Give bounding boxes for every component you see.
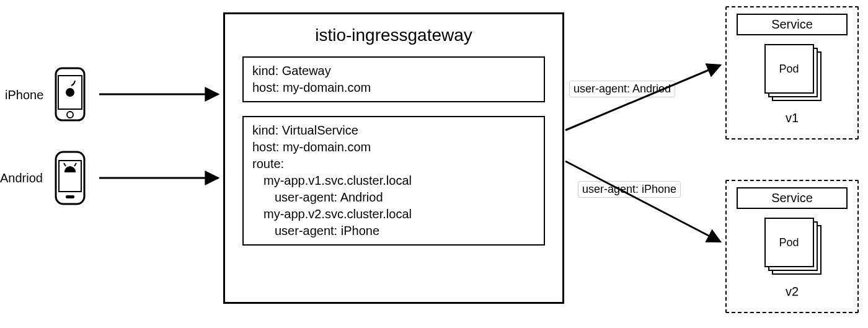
vs-route-line: my-app.v2.svc.cluster.local (252, 206, 535, 223)
ingressgateway-box: istio-ingressgateway kind: Gateway host:… (223, 12, 564, 304)
service-group-v1: Service Pod v1 (725, 6, 859, 140)
edge-label-iphone: user-agent: iPhone (578, 181, 681, 198)
arrow-gateway-to-v1 (565, 65, 720, 130)
gateway-spec-line: host: my-domain.com (252, 79, 535, 96)
client-iphone-label: iPhone (5, 88, 43, 102)
edge-label-android: user-agent: Andriod (569, 81, 675, 97)
svg-rect-1 (58, 76, 82, 109)
android-icon (56, 152, 84, 204)
svg-line-7 (64, 163, 66, 166)
virtualservice-spec-box: kind: VirtualService host: my-domain.com… (242, 116, 545, 246)
svg-point-2 (67, 112, 73, 118)
service-group-v2: Service Pod v2 (725, 180, 859, 313)
svg-rect-0 (56, 68, 84, 120)
iphone-icon (56, 68, 84, 120)
vs-line: host: my-domain.com (252, 139, 535, 156)
svg-rect-4 (56, 152, 84, 204)
arrow-gateway-to-v2 (565, 161, 720, 242)
version-label-v1: v1 (727, 111, 857, 125)
client-android-label: Andriod (0, 171, 43, 185)
vs-route-ua-line: user-agent: iPhone (252, 223, 535, 239)
vs-line: route: (252, 156, 535, 172)
service-header: Service (737, 14, 848, 35)
vs-route-line: my-app.v1.svc.cluster.local (252, 172, 535, 189)
vs-line: kind: VirtualService (252, 122, 535, 139)
svg-point-3 (66, 88, 74, 97)
svg-rect-6 (66, 195, 74, 198)
diagram-canvas: iPhone Andriod user-agent: Andriod user-… (0, 0, 868, 328)
version-label-v2: v2 (727, 285, 857, 299)
gateway-spec-box: kind: Gateway host: my-domain.com (242, 56, 545, 102)
svg-line-8 (74, 163, 76, 166)
pod-stack-icon: Pod (764, 218, 820, 273)
vs-route-ua-line: user-agent: Andriod (252, 189, 535, 206)
gateway-spec-line: kind: Gateway (252, 63, 535, 79)
pod-label: Pod (764, 44, 814, 94)
ingressgateway-title: istio-ingressgateway (225, 25, 562, 45)
service-header: Service (737, 187, 848, 209)
svg-rect-5 (59, 161, 81, 192)
pod-stack-icon: Pod (764, 44, 820, 100)
pod-label: Pod (764, 218, 814, 267)
